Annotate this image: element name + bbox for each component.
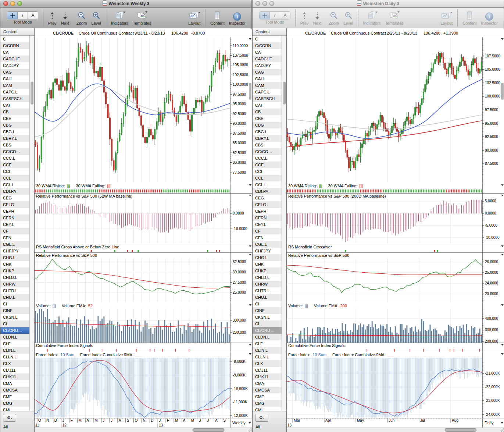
sidebar-item[interactable]: C — [0, 36, 29, 42]
sidebar-scrollbar-thumb[interactable] — [31, 82, 33, 105]
tool-move-button[interactable] — [7, 12, 18, 19]
sidebar-item[interactable]: CERN — [0, 215, 29, 221]
sidebar-item[interactable]: CADJPY — [253, 62, 282, 69]
sidebar-item[interactable]: CBG.L — [253, 128, 282, 135]
sidebar-item[interactable]: CLIN.L — [0, 347, 29, 354]
sidebar-item[interactable]: CCL.L — [253, 181, 282, 188]
inspector-button[interactable]: i Inspector — [481, 9, 498, 25]
titlebar[interactable]: Weinstein Daily 3 — [253, 0, 504, 8]
sidebar-item[interactable]: C — [253, 36, 282, 42]
sidebar-scrollbar-thumb[interactable] — [283, 82, 286, 105]
sidebar-item[interactable]: CEY.L — [253, 221, 282, 228]
sidebar-item[interactable]: CB — [253, 109, 282, 115]
horizontal-scrollbar-thumb[interactable] — [193, 429, 224, 432]
sidebar-item[interactable]: CAPC.L — [253, 89, 282, 95]
sidebar-item[interactable]: CADCHF — [253, 56, 282, 62]
sidebar-item[interactable]: C/CORN — [253, 42, 282, 49]
sidebar-item[interactable]: CELG — [0, 201, 29, 208]
sidebar-item[interactable]: CEY.L — [0, 221, 29, 228]
sidebar-item[interactable]: CADCHF — [0, 56, 29, 62]
sidebar-item[interactable]: CL\K11 — [253, 373, 282, 380]
sidebar-item[interactable]: CI — [253, 301, 282, 307]
sidebar-item[interactable]: CHLD.L — [0, 274, 29, 281]
titlebar[interactable]: Weinstein Weekly 3 — [0, 0, 251, 8]
gear-action-button[interactable]: ⚙▾ — [255, 414, 268, 422]
vertical-scrollbar-thumb[interactable] — [249, 83, 251, 100]
sidebar-scrollbar[interactable] — [29, 36, 34, 411]
templates-button[interactable]: Templates — [133, 9, 151, 25]
sidebar-item[interactable]: CMG — [253, 400, 282, 407]
tool-text-button[interactable]: A — [280, 12, 290, 19]
sidebar-item[interactable]: CLIN.L — [253, 347, 282, 354]
sidebar-item[interactable]: CMCSA — [0, 387, 29, 393]
sidebar-item[interactable]: CAG — [253, 69, 282, 75]
period-selector[interactable]: Daily — [485, 421, 494, 425]
sidebar-item[interactable]: CBS — [0, 142, 29, 148]
sidebar-item[interactable]: CMA — [0, 380, 29, 387]
sidebar-item[interactable]: CHKP — [253, 268, 282, 274]
minimize-button[interactable] — [262, 1, 267, 6]
sidebar-item[interactable]: CLLN.L — [0, 354, 29, 360]
sidebar-item[interactable]: CLDN.L — [0, 334, 29, 340]
prev-button[interactable]: Prev — [48, 9, 57, 25]
close-button[interactable] — [255, 1, 260, 6]
sidebar-item[interactable]: CHTR.L — [0, 287, 29, 294]
sidebar-item[interactable]: CF — [0, 228, 29, 234]
sidebar-item[interactable]: CHG.L — [0, 254, 29, 261]
sidebar-item[interactable]: CKSN.L — [0, 314, 29, 321]
sidebar-item[interactable]: CAT — [253, 102, 282, 109]
sidebar-item[interactable]: CEG — [253, 195, 282, 201]
sidebar-item[interactable]: CBRY.L — [253, 135, 282, 142]
sidebar-item[interactable]: CHG.L — [253, 254, 282, 261]
sidebar-item[interactable]: CCL — [253, 175, 282, 181]
zoom-in-button[interactable]: Level — [343, 9, 353, 25]
horizontal-scrollbar-thumb[interactable] — [445, 429, 476, 432]
sidebar-item[interactable]: CCC.L — [253, 155, 282, 162]
sidebar-item[interactable]: CMA — [253, 380, 282, 387]
minimize-button[interactable] — [10, 1, 15, 6]
sidebar-item[interactable]: CLDN.L — [253, 334, 282, 340]
sidebar-item[interactable]: CHRW — [253, 281, 282, 287]
sidebar-item[interactable]: CL\J11 — [0, 367, 29, 373]
sidebar-item[interactable]: CAT — [0, 102, 29, 109]
templates-button[interactable]: Templates — [385, 9, 403, 25]
sidebar-item[interactable]: CBE — [253, 115, 282, 122]
sidebar-item[interactable]: CGL.L — [253, 241, 282, 248]
sidebar-item[interactable]: CLF — [253, 340, 282, 347]
content-button[interactable]: Content — [462, 9, 477, 25]
sidebar-item[interactable]: CA — [0, 49, 29, 56]
sidebar-item[interactable]: CASESCH — [253, 95, 282, 102]
prev-button[interactable]: Prev — [300, 9, 309, 25]
tool-line-button[interactable]: / — [270, 12, 280, 19]
sidebar-scrollbar[interactable] — [282, 36, 286, 411]
close-button[interactable] — [3, 1, 8, 6]
sidebar-item[interactable]: CL\J11 — [253, 367, 282, 373]
sidebar-item[interactable]: CI — [0, 301, 29, 307]
sidebar-item[interactable]: CASESCH — [0, 95, 29, 102]
sidebar-item[interactable]: CME — [0, 393, 29, 400]
sidebar-item[interactable]: CINF — [0, 307, 29, 314]
sidebar-item[interactable]: CBG.L — [0, 128, 29, 135]
sidebar-item[interactable]: CAH — [0, 75, 29, 82]
sidebar-item[interactable]: CCI — [0, 168, 29, 175]
layout-button[interactable]: Layout — [188, 9, 200, 25]
sidebar-item[interactable]: CLF — [0, 340, 29, 347]
sidebar-item[interactable]: CLLN.L — [253, 354, 282, 360]
sidebar-item[interactable]: CHK — [253, 261, 282, 268]
sidebar-item[interactable]: CHFJPY — [253, 248, 282, 254]
tool-move-button[interactable] — [260, 12, 270, 19]
vertical-scrollbar-thumb[interactable] — [501, 83, 504, 100]
sidebar-item[interactable]: CHK — [0, 261, 29, 268]
sidebar-item[interactable]: CAM — [0, 82, 29, 89]
sidebar-item[interactable]: CME — [253, 393, 282, 400]
sidebar-item[interactable]: CLX — [0, 360, 29, 367]
period-selector[interactable]: Weekly — [232, 421, 246, 425]
sidebar-item[interactable]: CF — [253, 228, 282, 234]
sidebar-item[interactable]: CC/CO… — [253, 148, 282, 155]
content-button[interactable]: Content — [210, 9, 225, 25]
sidebar-item[interactable]: CAM — [253, 82, 282, 89]
sidebar-item[interactable]: CBE — [0, 115, 29, 122]
layout-button[interactable]: Layout — [440, 9, 453, 25]
tool-text-button[interactable]: A — [28, 12, 38, 19]
sidebar-item[interactable]: CCC.L — [0, 155, 29, 162]
